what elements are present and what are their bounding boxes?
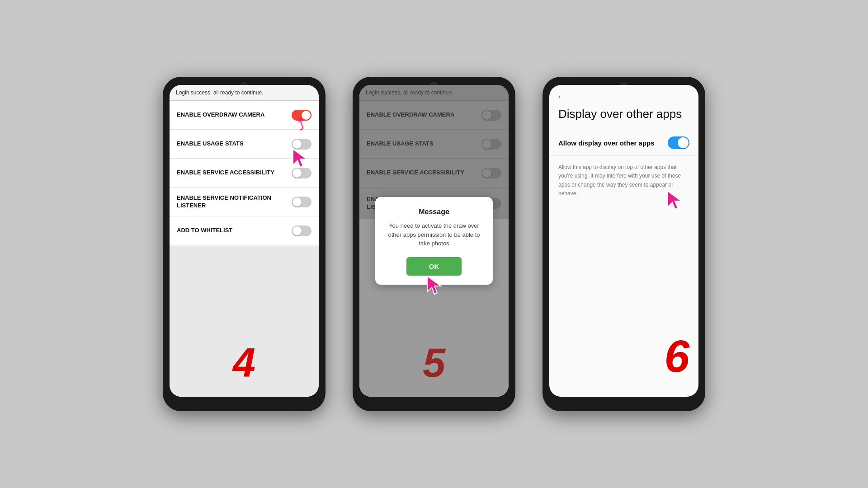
label-usage-stats: ENABLE USAGE STATS xyxy=(177,140,292,148)
phone-1-header: Login success, all ready to continue. xyxy=(170,85,319,101)
toggle-overdraw-camera[interactable] xyxy=(292,110,311,121)
phone-1: Login success, all ready to continue. EN… xyxy=(163,77,326,411)
phone-2: Login success, all ready to continue. EN… xyxy=(353,77,515,411)
phone-3: ← Display over other apps Allow display … xyxy=(542,77,705,411)
toggle-allow-display[interactable] xyxy=(668,136,689,149)
label-overdraw-camera: ENABLE OVERDRAW CAMERA xyxy=(177,111,292,119)
toggle-whitelist[interactable] xyxy=(292,225,311,236)
dialog-box: Message You need to activate the draw ov… xyxy=(375,197,493,285)
label-whitelist: ADD TO WHITELIST xyxy=(177,227,292,235)
dialog-title: Message xyxy=(384,208,484,216)
phone-1-settings: ENABLE OVERDRAW CAMERA ⤴ ENABLE USAGE ST… xyxy=(170,101,319,247)
phone-2-screen: Login success, all ready to continue. EN… xyxy=(359,85,509,397)
allow-display-description: Allow this app to display on top of othe… xyxy=(549,156,698,205)
toggle-notification-listener[interactable] xyxy=(292,197,311,207)
label-notification-listener: ENABLE SERVICE NOTIFICATION LISTENER xyxy=(177,194,292,210)
allow-display-row[interactable]: Allow display over other apps xyxy=(549,130,698,156)
step-6: 6 xyxy=(664,333,689,388)
toggle-usage-stats[interactable] xyxy=(292,139,311,150)
dialog-message: You need to activate the draw over other… xyxy=(384,221,484,248)
phone-3-screen: ← Display over other apps Allow display … xyxy=(549,85,698,397)
phone-1-screen: Login success, all ready to continue. EN… xyxy=(170,85,319,397)
display-over-apps-title: Display over other apps xyxy=(549,103,698,130)
row-whitelist[interactable]: ADD TO WHITELIST xyxy=(170,216,319,245)
row-overdraw-camera[interactable]: ENABLE OVERDRAW CAMERA ⤴ xyxy=(170,101,319,130)
label-service-accessibility: ENABLE SERVICE ACCESSIBILITY xyxy=(177,169,292,177)
dialog-ok-button[interactable]: OK xyxy=(406,257,462,276)
toggle-service-accessibility[interactable] xyxy=(292,168,311,178)
row-service-accessibility[interactable]: ENABLE SERVICE ACCESSIBILITY xyxy=(170,159,319,188)
allow-display-label: Allow display over other apps xyxy=(558,139,655,147)
row-usage-stats[interactable]: ENABLE USAGE STATS xyxy=(170,130,319,159)
step-4: 4 xyxy=(170,343,319,392)
row-notification-listener[interactable]: ENABLE SERVICE NOTIFICATION LISTENER xyxy=(170,188,319,216)
dialog-overlay: Message You need to activate the draw ov… xyxy=(359,85,509,397)
back-button[interactable]: ← xyxy=(549,85,698,103)
